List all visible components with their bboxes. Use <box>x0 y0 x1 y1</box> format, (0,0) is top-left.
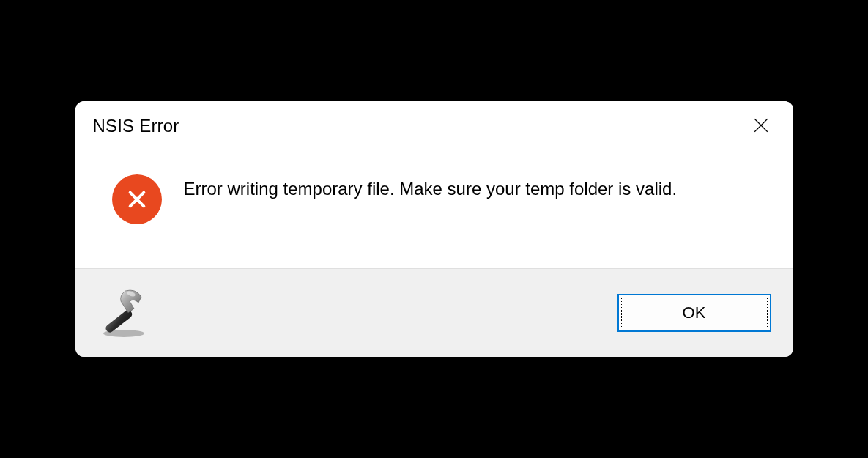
dialog-content: Error writing temporary file. Make sure … <box>75 145 793 268</box>
ok-button-label: OK <box>683 303 706 322</box>
close-icon <box>754 118 768 135</box>
error-message: Error writing temporary file. Make sure … <box>184 174 678 202</box>
hammer-icon <box>97 287 150 339</box>
close-button[interactable] <box>746 111 776 141</box>
dialog-title: NSIS Error <box>93 116 179 136</box>
dialog-titlebar: NSIS Error <box>75 101 793 145</box>
error-dialog: NSIS Error Error writing temporary file.… <box>75 101 793 357</box>
ok-button[interactable]: OK <box>617 294 771 332</box>
error-icon <box>112 174 162 224</box>
dialog-button-bar: OK <box>75 268 793 357</box>
